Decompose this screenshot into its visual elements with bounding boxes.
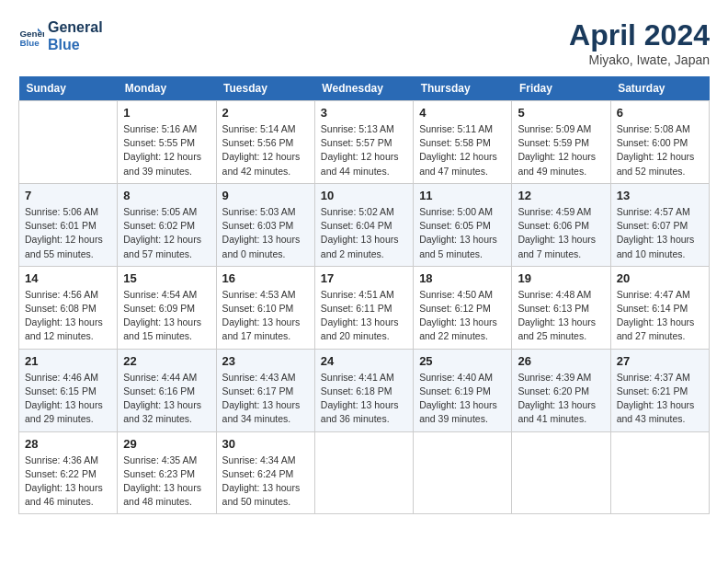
calendar-cell: 3Sunrise: 5:13 AMSunset: 5:57 PMDaylight…: [314, 101, 413, 184]
day-info: Sunrise: 5:14 AMSunset: 5:56 PMDaylight:…: [222, 122, 309, 178]
day-number: 17: [321, 271, 407, 285]
calendar-cell: 2Sunrise: 5:14 AMSunset: 5:56 PMDaylight…: [216, 101, 314, 184]
day-info: Sunrise: 5:11 AMSunset: 5:58 PMDaylight:…: [419, 122, 506, 178]
calendar-cell: 26Sunrise: 4:39 AMSunset: 6:20 PMDayligh…: [512, 349, 610, 431]
day-number: 23: [222, 354, 309, 368]
calendar-cell: 20Sunrise: 4:47 AMSunset: 6:14 PMDayligh…: [610, 266, 709, 349]
day-number: 14: [25, 271, 111, 285]
calendar-cell: [512, 431, 610, 514]
page-header: General Blue General Blue April 2024 Miy…: [18, 18, 710, 67]
day-info: Sunrise: 4:54 AMSunset: 6:09 PMDaylight:…: [123, 288, 210, 344]
logo-icon: General Blue: [18, 23, 44, 49]
day-number: 30: [222, 437, 309, 451]
calendar-cell: 15Sunrise: 4:54 AMSunset: 6:09 PMDayligh…: [118, 266, 216, 349]
day-number: 9: [222, 189, 309, 202]
day-number: 7: [25, 189, 111, 202]
calendar-cell: 28Sunrise: 4:36 AMSunset: 6:22 PMDayligh…: [19, 431, 118, 514]
day-info: Sunrise: 5:16 AMSunset: 5:55 PMDaylight:…: [123, 122, 210, 178]
day-info: Sunrise: 5:05 AMSunset: 6:02 PMDaylight:…: [123, 205, 210, 261]
calendar-cell: 13Sunrise: 4:57 AMSunset: 6:07 PMDayligh…: [610, 183, 709, 266]
calendar-cell: 23Sunrise: 4:43 AMSunset: 6:17 PMDayligh…: [216, 349, 314, 431]
calendar-cell: 12Sunrise: 4:59 AMSunset: 6:06 PMDayligh…: [512, 183, 610, 266]
day-number: 19: [518, 271, 604, 285]
day-info: Sunrise: 4:43 AMSunset: 6:17 PMDaylight:…: [222, 371, 309, 427]
calendar-cell: 16Sunrise: 4:53 AMSunset: 6:10 PMDayligh…: [216, 266, 314, 349]
day-number: 4: [419, 106, 506, 120]
calendar-cell: 30Sunrise: 4:34 AMSunset: 6:24 PMDayligh…: [216, 431, 314, 514]
calendar-cell: 4Sunrise: 5:11 AMSunset: 5:58 PMDaylight…: [414, 101, 512, 184]
day-number: 29: [123, 437, 210, 451]
calendar-cell: 27Sunrise: 4:37 AMSunset: 6:21 PMDayligh…: [610, 349, 709, 431]
week-row-5: 28Sunrise: 4:36 AMSunset: 6:22 PMDayligh…: [19, 431, 710, 514]
day-info: Sunrise: 4:53 AMSunset: 6:10 PMDaylight:…: [222, 288, 309, 344]
day-info: Sunrise: 5:03 AMSunset: 6:03 PMDaylight:…: [222, 205, 309, 261]
day-info: Sunrise: 4:40 AMSunset: 6:19 PMDaylight:…: [419, 371, 506, 427]
week-row-1: 1Sunrise: 5:16 AMSunset: 5:55 PMDaylight…: [19, 101, 710, 184]
day-number: 5: [518, 106, 604, 120]
day-number: 12: [518, 189, 604, 202]
calendar-cell: [610, 431, 709, 514]
calendar-cell: 8Sunrise: 5:05 AMSunset: 6:02 PMDaylight…: [118, 183, 216, 266]
day-info: Sunrise: 4:51 AMSunset: 6:11 PMDaylight:…: [321, 288, 407, 344]
logo-text-blue: Blue: [48, 36, 103, 53]
calendar-cell: 17Sunrise: 4:51 AMSunset: 6:11 PMDayligh…: [314, 266, 413, 349]
calendar-cell: 9Sunrise: 5:03 AMSunset: 6:03 PMDaylight…: [216, 183, 314, 266]
day-info: Sunrise: 5:06 AMSunset: 6:01 PMDaylight:…: [25, 205, 111, 261]
weekday-header-row: SundayMondayTuesdayWednesdayThursdayFrid…: [19, 76, 710, 101]
day-number: 20: [617, 271, 703, 285]
calendar-cell: [314, 431, 413, 514]
day-info: Sunrise: 5:13 AMSunset: 5:57 PMDaylight:…: [321, 122, 407, 178]
weekday-header-thursday: Thursday: [414, 76, 512, 101]
day-number: 22: [123, 354, 210, 368]
calendar-cell: 10Sunrise: 5:02 AMSunset: 6:04 PMDayligh…: [314, 183, 413, 266]
day-info: Sunrise: 4:46 AMSunset: 6:15 PMDaylight:…: [25, 371, 111, 427]
day-number: 24: [321, 354, 407, 368]
weekday-header-friday: Friday: [512, 76, 610, 101]
location-text: Miyako, Iwate, Japan: [569, 52, 710, 67]
week-row-2: 7Sunrise: 5:06 AMSunset: 6:01 PMDaylight…: [19, 183, 710, 266]
calendar-cell: 18Sunrise: 4:50 AMSunset: 6:12 PMDayligh…: [414, 266, 512, 349]
weekday-header-monday: Monday: [118, 76, 216, 101]
calendar-cell: 24Sunrise: 4:41 AMSunset: 6:18 PMDayligh…: [314, 349, 413, 431]
weekday-header-sunday: Sunday: [19, 76, 118, 101]
calendar-cell: 11Sunrise: 5:00 AMSunset: 6:05 PMDayligh…: [414, 183, 512, 266]
calendar-cell: 1Sunrise: 5:16 AMSunset: 5:55 PMDaylight…: [118, 101, 216, 184]
week-row-4: 21Sunrise: 4:46 AMSunset: 6:15 PMDayligh…: [19, 349, 710, 431]
weekday-header-tuesday: Tuesday: [216, 76, 314, 101]
logo: General Blue General Blue: [18, 18, 103, 53]
day-info: Sunrise: 5:08 AMSunset: 6:00 PMDaylight:…: [617, 122, 703, 178]
day-info: Sunrise: 4:39 AMSunset: 6:20 PMDaylight:…: [518, 371, 604, 427]
logo-text-general: General: [48, 18, 103, 36]
day-info: Sunrise: 4:35 AMSunset: 6:23 PMDaylight:…: [123, 454, 210, 510]
title-area: April 2024 Miyako, Iwate, Japan: [569, 18, 710, 67]
day-info: Sunrise: 5:02 AMSunset: 6:04 PMDaylight:…: [321, 205, 407, 261]
day-number: 3: [321, 106, 407, 120]
calendar-cell: [414, 431, 512, 514]
day-info: Sunrise: 5:09 AMSunset: 5:59 PMDaylight:…: [518, 122, 604, 178]
day-number: 1: [123, 106, 210, 120]
calendar-cell: 19Sunrise: 4:48 AMSunset: 6:13 PMDayligh…: [512, 266, 610, 349]
calendar-cell: 21Sunrise: 4:46 AMSunset: 6:15 PMDayligh…: [19, 349, 118, 431]
day-info: Sunrise: 4:59 AMSunset: 6:06 PMDaylight:…: [518, 205, 604, 261]
day-number: 27: [617, 354, 703, 368]
day-info: Sunrise: 4:36 AMSunset: 6:22 PMDaylight:…: [25, 454, 111, 510]
day-number: 8: [123, 189, 210, 202]
day-info: Sunrise: 4:37 AMSunset: 6:21 PMDaylight:…: [617, 371, 703, 427]
day-number: 25: [419, 354, 506, 368]
day-info: Sunrise: 4:50 AMSunset: 6:12 PMDaylight:…: [419, 288, 506, 344]
calendar-cell: [19, 101, 118, 184]
calendar-cell: 14Sunrise: 4:56 AMSunset: 6:08 PMDayligh…: [19, 266, 118, 349]
calendar-cell: 7Sunrise: 5:06 AMSunset: 6:01 PMDaylight…: [19, 183, 118, 266]
svg-text:Blue: Blue: [19, 38, 40, 48]
day-number: 18: [419, 271, 506, 285]
day-info: Sunrise: 4:56 AMSunset: 6:08 PMDaylight:…: [25, 288, 111, 344]
day-info: Sunrise: 4:44 AMSunset: 6:16 PMDaylight:…: [123, 371, 210, 427]
day-info: Sunrise: 4:48 AMSunset: 6:13 PMDaylight:…: [518, 288, 604, 344]
weekday-header-wednesday: Wednesday: [314, 76, 413, 101]
calendar-cell: 29Sunrise: 4:35 AMSunset: 6:23 PMDayligh…: [118, 431, 216, 514]
calendar-cell: 5Sunrise: 5:09 AMSunset: 5:59 PMDaylight…: [512, 101, 610, 184]
day-info: Sunrise: 5:00 AMSunset: 6:05 PMDaylight:…: [419, 205, 506, 261]
calendar-table: SundayMondayTuesdayWednesdayThursdayFrid…: [18, 76, 710, 514]
day-number: 16: [222, 271, 309, 285]
day-info: Sunrise: 4:57 AMSunset: 6:07 PMDaylight:…: [617, 205, 703, 261]
